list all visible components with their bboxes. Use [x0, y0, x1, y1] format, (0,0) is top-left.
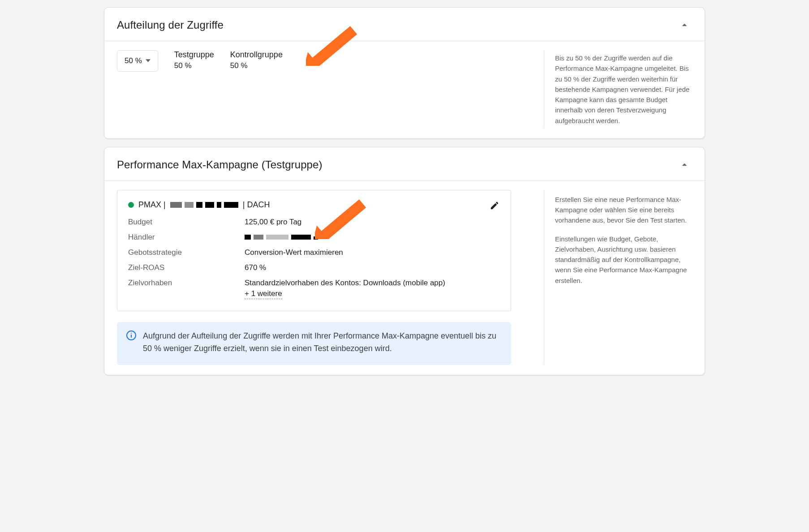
campaign-summary-card: PMAX | | DACH Budget 125, — [117, 190, 511, 311]
pencil-icon — [490, 201, 499, 210]
merchant-label: Händler — [128, 233, 245, 242]
help-text-2: Einstellungen wie Budget, Gebote, Zielvo… — [555, 234, 694, 286]
help-text-1: Erstellen Sie eine neue Performance Max-… — [555, 194, 694, 226]
section-title: Aufteilung der Zugriffe — [117, 19, 224, 31]
budget-value: 125,00 € pro Tag — [245, 218, 500, 227]
chevron-up-icon — [679, 159, 690, 171]
merchant-value — [245, 233, 500, 242]
bid-strategy-label: Gebotsstrategie — [128, 248, 245, 257]
campaign-name-prefix: PMAX | — [138, 200, 166, 210]
target-roas-value: 670 % — [245, 263, 500, 272]
traffic-split-select[interactable]: 50 % — [117, 50, 158, 72]
collapse-toggle[interactable] — [677, 17, 692, 33]
more-goals-link[interactable]: + 1 weitere — [245, 289, 282, 299]
goals-label: Zielvorhaben — [128, 279, 245, 299]
chevron-up-icon — [679, 19, 690, 31]
test-group-label: Testgruppe — [174, 50, 214, 60]
redacted-text — [245, 235, 318, 240]
campaign-name-suffix: | DACH — [243, 200, 270, 210]
goals-value: Standardzielvorhaben des Kontos: Downloa… — [245, 279, 500, 299]
bid-strategy-value: Conversion-Wert maximieren — [245, 248, 500, 257]
control-group: Kontrollgruppe 50 % — [230, 50, 283, 70]
test-group-value: 50 % — [174, 61, 214, 70]
caret-down-icon — [146, 56, 151, 65]
control-group-value: 50 % — [230, 61, 283, 70]
pmax-help: Erstellen Sie eine neue Performance Max-… — [544, 190, 698, 365]
info-text: Aufgrund der Aufteilung der Zugriffe wer… — [143, 331, 496, 353]
section-title: Performance Max-Kampagne (Testgruppe) — [117, 159, 323, 171]
collapse-toggle[interactable] — [677, 157, 692, 172]
traffic-split-help: Bis zu 50 % der Zugriffe werden auf die … — [544, 50, 698, 129]
edit-campaign-button[interactable] — [486, 197, 503, 215]
pmax-testgroup-section: Performance Max-Kampagne (Testgruppe) PM… — [104, 147, 705, 375]
control-group-label: Kontrollgruppe — [230, 50, 283, 60]
info-icon — [126, 330, 137, 341]
budget-label: Budget — [128, 218, 245, 227]
info-banner: Aufgrund der Aufteilung der Zugriffe wer… — [117, 322, 511, 365]
test-group: Testgruppe 50 % — [174, 50, 214, 70]
status-indicator-icon — [128, 202, 134, 208]
split-value: 50 % — [125, 56, 142, 65]
redacted-text — [170, 202, 238, 208]
traffic-split-section: Aufteilung der Zugriffe 50 % Testgruppe — [104, 7, 705, 139]
target-roas-label: Ziel-ROAS — [128, 263, 245, 272]
campaign-title: PMAX | | DACH — [128, 200, 500, 210]
svg-point-2 — [131, 333, 132, 334]
